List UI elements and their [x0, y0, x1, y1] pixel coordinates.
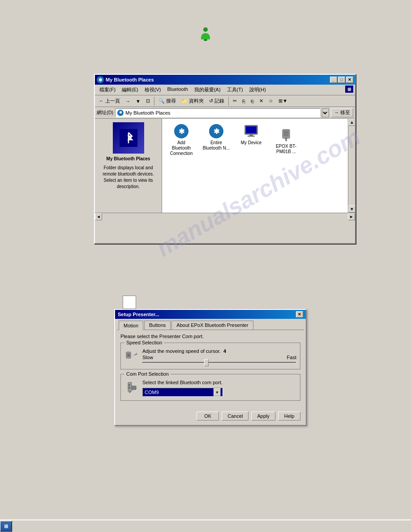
address-dropdown[interactable]: [322, 108, 329, 117]
address-label: 網址(D): [97, 109, 113, 116]
scroll-down-button[interactable]: ▼: [348, 206, 355, 213]
dialog-titlebar[interactable]: Setup Presenter... ✕: [115, 310, 306, 319]
search-button[interactable]: 🔍 搜尋: [156, 96, 178, 106]
separator-1: [154, 97, 154, 106]
forward-dropdown[interactable]: ▼: [133, 97, 143, 105]
help-button[interactable]: Help: [278, 412, 300, 420]
com-port-group-title: Com Port Selection: [124, 371, 171, 377]
entire-bluetooth-icon[interactable]: ✱ Entire Bluetooth N...: [201, 122, 232, 158]
window-titlebar[interactable]: ✱ My Bluetooth Places _ □ ✕: [95, 75, 355, 85]
titlebar-left: ✱ My Bluetooth Places: [97, 76, 154, 83]
speed-group-title: Speed Selection: [124, 340, 164, 345]
dialog-tabs: Motion Buttons About EPoX Bluetooth Pres…: [115, 319, 306, 330]
speed-selection-group: Speed Selection Adjust the moveing speed…: [120, 343, 300, 369]
speed-content: Adjust the moveing speed of cursor. 4 Sl…: [142, 348, 296, 365]
cut-button[interactable]: ✂: [231, 97, 239, 105]
svg-rect-11: [285, 139, 287, 141]
views-button[interactable]: ⊞▼: [276, 97, 290, 105]
speed-slider-thumb[interactable]: [204, 359, 209, 366]
bell-icon: [198, 27, 213, 41]
menu-edit[interactable]: 編輯(E): [119, 86, 141, 94]
scroll-right-button[interactable]: ►: [348, 213, 355, 220]
address-value: My Bluetooth Places: [125, 110, 170, 116]
com-port-label: Select the linked Bluetooth com port.: [142, 380, 296, 385]
ok-button[interactable]: OK: [197, 412, 219, 420]
address-input-container[interactable]: ✱ My Bluetooth Places: [115, 108, 320, 117]
notification-area: [0, 27, 411, 41]
forward-button[interactable]: →: [123, 97, 133, 105]
start-icon: ⊞: [4, 523, 8, 529]
go-icon: →: [334, 110, 339, 115]
address-bar: 網址(D) ✱ My Bluetooth Places → 移至: [95, 107, 355, 119]
slow-label: Slow: [142, 355, 153, 360]
toolbar: ← 上一頁 → ▼ ⊡ 🔍 搜尋 📁 資料夾 ↺ 記錄 ✂ ⎘ ⎗ ✕ ☆ ⊞▼: [95, 95, 355, 107]
tab-about[interactable]: About EPoX Bluetooth Presenter: [171, 321, 253, 330]
speed-icon: [124, 348, 139, 363]
copy-button[interactable]: ⎘: [240, 97, 248, 105]
history-button[interactable]: ↺ 記錄: [207, 96, 227, 106]
svg-rect-9: [283, 130, 289, 137]
monitor-svg: [244, 124, 258, 138]
maximize-button[interactable]: □: [338, 77, 345, 83]
fast-label: Fast: [287, 355, 296, 360]
entire-bluetooth-label: Entire Bluetooth N...: [202, 140, 230, 151]
menu-bar: 檔案(F) 編輯(E) 檢視(V) Bluetooth 我的最愛(A) 工具(T…: [95, 85, 355, 95]
epox-device-label: EPOX BT-PM01B ...: [272, 144, 300, 154]
scroll-left-button[interactable]: ◄: [95, 213, 102, 220]
svg-point-19: [128, 384, 130, 386]
menu-favorites[interactable]: 我的最愛(A): [192, 86, 223, 94]
svg-rect-12: [126, 352, 131, 358]
start-button[interactable]: ⊞: [0, 521, 12, 532]
minimize-button[interactable]: _: [330, 77, 337, 83]
menu-file[interactable]: 檔案(F): [97, 86, 118, 94]
scroll-track: [348, 126, 355, 206]
cancel-button[interactable]: Cancel: [222, 412, 248, 420]
dialog-close-button[interactable]: ✕: [296, 311, 303, 317]
add-bluetooth-icon[interactable]: ✱ Add Bluetooth Connection: [166, 122, 197, 158]
entire-bluetooth-img: ✱: [209, 124, 223, 138]
menu-view[interactable]: 檢視(V): [142, 86, 164, 94]
scrollbar[interactable]: ▲ ▼: [348, 119, 355, 213]
svg-point-20: [128, 387, 130, 389]
separator-2: [228, 97, 229, 106]
menu-help[interactable]: 說明(H): [247, 86, 269, 94]
menu-bluetooth[interactable]: Bluetooth: [164, 86, 190, 94]
titlebar-buttons: _ □ ✕: [330, 77, 353, 83]
apply-button[interactable]: Apply: [251, 412, 275, 420]
delete-button[interactable]: ✕: [257, 97, 265, 105]
up-button[interactable]: ⊡: [144, 97, 152, 105]
sidebar-bluetooth-icon: [120, 129, 137, 147]
taskbar: ⊞: [0, 519, 411, 532]
dialog-title: Setup Presenter...: [118, 312, 159, 317]
svg-point-10: [285, 137, 287, 139]
bluetooth-places-window: ✱ My Bluetooth Places _ □ ✕ 檔案(F) 編輯(E) …: [94, 74, 356, 244]
back-button[interactable]: ← 上一頁: [97, 96, 122, 106]
add-bluetooth-badge: ✱: [174, 124, 188, 138]
small-checkbox-square[interactable]: [123, 296, 136, 309]
go-button[interactable]: → 移至: [331, 108, 353, 117]
speed-slider-track[interactable]: [142, 362, 296, 364]
com-select-arrow-icon[interactable]: ▼: [214, 388, 221, 396]
window-title: My Bluetooth Places: [106, 77, 154, 82]
sidebar-title: My Bluetooth Places: [107, 156, 150, 161]
scroll-up-button[interactable]: ▲: [348, 119, 355, 126]
epox-device-icon[interactable]: EPOX BT-PM01B ...: [270, 126, 302, 158]
folders-button[interactable]: 📁 資料夾: [179, 96, 206, 106]
entire-bluetooth-badge: ✱: [209, 124, 223, 138]
svg-rect-18: [132, 386, 136, 390]
tab-motion[interactable]: Motion: [119, 321, 143, 330]
my-device-icon[interactable]: My Device: [235, 122, 267, 158]
dialog-body: Please select the Presenter Com port. Sp…: [115, 330, 306, 409]
paste-button[interactable]: ⎗: [248, 97, 256, 105]
tab-buttons[interactable]: Buttons: [144, 321, 171, 330]
windows-logo: ⊞: [345, 86, 353, 93]
undo-button[interactable]: ☆: [266, 97, 275, 105]
com-port-row: Select the linked Bluetooth com port. CO…: [124, 380, 296, 397]
com-port-value: COM9: [145, 390, 159, 395]
close-button[interactable]: ✕: [346, 77, 353, 83]
speed-row: Adjust the moveing speed of cursor. 4 Sl…: [124, 348, 296, 365]
menu-tools[interactable]: 工具(T): [224, 86, 246, 94]
sidebar-icon-container: [113, 122, 144, 154]
com-port-select[interactable]: COM9 ▼: [142, 388, 223, 397]
epox-device-img: [279, 128, 293, 142]
